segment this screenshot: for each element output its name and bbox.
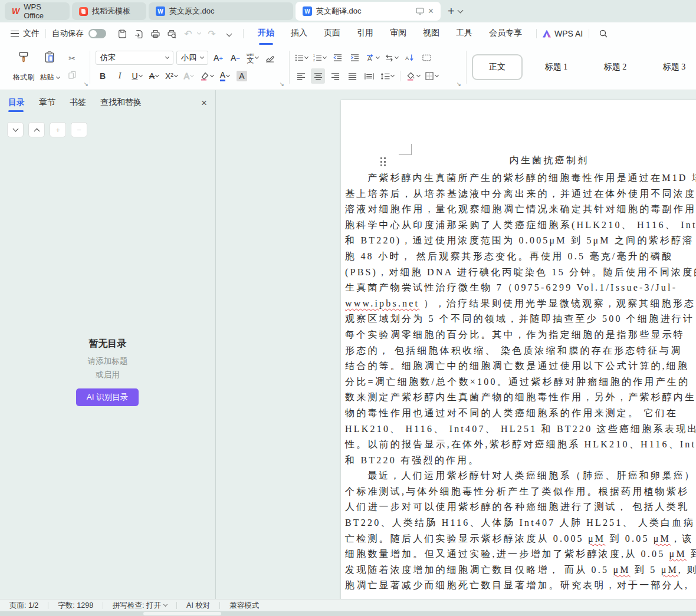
doc-line[interactable]: 胞 48 小时， 然后观察其形态变化。再使用 0.5 毫克/毫升的磷酸 — [345, 249, 696, 265]
decrease-indent-button[interactable] — [330, 50, 344, 65]
doc-line[interactable]: 基上培养后，从培养基滤液中分离出来的，并通过在体外使用不同浓度 — [345, 186, 696, 202]
underline-button[interactable]: U — [130, 68, 144, 84]
increase-font-button[interactable]: A+ — [211, 50, 225, 65]
document-title[interactable]: 内生菌抗癌制剂 — [345, 152, 696, 168]
tab-doc-original[interactable]: W 英文原文.doc — [149, 2, 293, 20]
doc-line[interactable]: 观察区域划分为 5 个不同的领域，并随即抽查至少 500 个细胞进行计 — [345, 311, 696, 327]
cut-button[interactable]: ✂ — [65, 51, 79, 66]
show-marks-button[interactable] — [419, 50, 434, 65]
tab-wps-office[interactable]: W WPS Office — [5, 2, 70, 20]
style-heading1[interactable]: 标题 1 — [531, 54, 582, 80]
undo-button[interactable]: ↶ — [180, 27, 196, 41]
doc-line[interactable]: (PBS)，对细胞 DNA 进行碘化丙啶染色 15 分钟。随后使用不同浓度的产 — [345, 265, 696, 281]
bold-button[interactable]: B — [96, 68, 110, 84]
panel-tab-find-replace[interactable]: 查找和替换 — [100, 97, 142, 112]
shading-button[interactable] — [405, 68, 421, 84]
doc-line[interactable]: 产紫杉醇内生真菌所产生的紫杉醇的细胞毒性作用是通过在M1D 培 — [345, 170, 696, 186]
paste-button[interactable]: 粘贴 — [37, 50, 63, 84]
copy-button[interactable] — [65, 68, 79, 83]
font-name-select[interactable]: 仿宋 — [96, 51, 173, 65]
doc-line[interactable]: 数来测定产紫杉醇内生真菌产物的细胞毒性作用，另外，产紫杉醇内生 — [345, 390, 696, 406]
doc-line[interactable]: 性。以前的报告显示,在体外,紫杉醇对癌细胞系 HLK210、H116、Int4 — [345, 437, 696, 453]
format-painter-button[interactable]: 格式刷 — [11, 50, 37, 84]
next-heading-button[interactable] — [7, 122, 24, 137]
doc-line[interactable]: 和 BT220)，通过使用浓度范围为 0.005μM 到 5μM 之间的紫杉醇溶 — [345, 233, 696, 249]
pinyin-guide-button[interactable]: wén文 — [245, 50, 260, 65]
align-center-button[interactable] — [311, 68, 325, 84]
collapse-ribbon-chevron-icon[interactable] — [226, 31, 232, 37]
menu-tab-view[interactable]: 视图 — [423, 28, 439, 39]
superscript-button[interactable]: X² — [164, 68, 179, 84]
panel-tab-chapters[interactable]: 章节 — [39, 97, 55, 112]
menu-tab-home[interactable]: 开始 — [258, 28, 274, 39]
doc-line[interactable]: 人们进一步对可以使用紫杉醇的各种癌细胞进行了测试， 包括人类乳 — [345, 499, 696, 515]
style-heading3[interactable]: 标题 3 — [649, 54, 696, 80]
file-menu[interactable]: 文件 — [23, 28, 40, 39]
horizontal-scrollbar[interactable] — [0, 611, 696, 616]
text-effects-button[interactable]: A — [182, 68, 196, 84]
spellcheck-status[interactable]: 拼写检查: 打开 — [103, 601, 176, 611]
clipboard-group-expander[interactable]: ↘ — [84, 81, 88, 87]
sort-button[interactable]: A — [402, 50, 416, 65]
doc-line[interactable]: 形态的， 包括细胞体积收缩、 染色质浓缩和膜的存在形态特征与凋 — [345, 343, 696, 359]
highlight-color-button[interactable] — [199, 68, 215, 84]
doc-line[interactable]: 每个实验凋零细胞的百分比。其中，作为指定细胞的是指那些显示特 — [345, 327, 696, 343]
doc-line[interactable]: 溶液对细胞作用，量化观察细胞凋亡情况来确定其针对细胞的毒副作用 — [345, 202, 696, 218]
save-button[interactable] — [114, 27, 130, 41]
style-normal[interactable]: 正文 — [472, 54, 523, 80]
doc-line[interactable]: HLK210、 H116、 Int407、 HL251 和 BT220 这些癌细… — [345, 421, 696, 437]
numbered-list-button[interactable]: 12 — [312, 50, 327, 65]
doc-line[interactable]: 发现随着浓度增加的细胞凋亡数目仅略增， 而从 0.5 μM 到 5 μM, 则 — [345, 562, 696, 578]
tab-docer-templates[interactable]: 找稻壳模板 — [72, 2, 146, 20]
ai-recognize-contents-button[interactable]: AI 识别目录 — [76, 388, 139, 406]
decrease-font-button[interactable]: A− — [228, 50, 242, 65]
distribute-button[interactable] — [362, 68, 376, 84]
expand-button[interactable]: + — [50, 122, 66, 137]
redo-button[interactable]: ↷ — [204, 27, 219, 41]
font-color-button[interactable]: A — [218, 68, 232, 84]
menu-tab-insert[interactable]: 插入 — [291, 28, 307, 39]
wps-ai-button[interactable]: WPS AI — [543, 29, 583, 38]
increase-indent-button[interactable] — [347, 50, 362, 65]
present-on-screen-icon[interactable] — [416, 8, 424, 15]
doc-line[interactable]: BT220、人类结肠 H116、人体肠 Int407 人肺 HL251、 人类白… — [345, 515, 696, 531]
text-direction-button[interactable]: A — [365, 50, 380, 65]
align-left-button[interactable] — [294, 68, 308, 84]
menu-tab-tools[interactable]: 工具 — [456, 28, 472, 39]
style-heading2[interactable]: 标题 2 — [590, 54, 641, 80]
line-spacing-button[interactable] — [379, 68, 395, 84]
doc-line[interactable]: 物的毒性作用也通过对不同的人类癌细胞系的作用来测定。 它们在 — [345, 406, 696, 421]
font-group-expander[interactable]: ↘ — [280, 81, 284, 87]
menu-tab-page[interactable]: 页面 — [324, 28, 340, 39]
panel-close-icon[interactable]: × — [201, 98, 207, 111]
word-count[interactable]: 字数: 1298 — [48, 601, 103, 611]
doc-line[interactable]: 胞凋亡显著减少而细胞死亡数目显著增加。研究表明，对于一部分人, — [345, 578, 696, 594]
print-preview-button[interactable] — [164, 27, 179, 41]
bullet-list-button[interactable] — [294, 50, 309, 65]
two-way-arrange-button[interactable] — [383, 50, 399, 65]
doc-line[interactable]: 细胞数量增加。但又通过实验,进一步增加了紫杉醇浓度,从 0.05 μM 到 — [345, 546, 696, 562]
doc-line[interactable]: 生真菌产物尝试性治疗微生物 7（0975-6299 Vol.1/Issue-3/… — [345, 280, 696, 296]
close-tab-icon[interactable]: × — [428, 6, 434, 16]
italic-button[interactable]: I — [113, 68, 127, 84]
font-size-select[interactable]: 小四 — [176, 51, 208, 65]
doc-line[interactable]: 最近，人们运用紫杉醇针对人类癌细胞系（肺癌、肝癌和卵巢癌） — [345, 468, 696, 484]
paragraph-group-expander[interactable]: ↘ — [457, 81, 461, 87]
clear-format-button[interactable] — [262, 50, 277, 65]
menu-tab-member[interactable]: 会员专享 — [489, 28, 522, 39]
panel-tab-contents[interactable]: 目录 — [8, 97, 25, 112]
align-right-button[interactable] — [328, 68, 342, 84]
tab-doc-translation[interactable]: W 英文翻译.doc × — [296, 2, 441, 21]
doc-line[interactable]: 和 BT220 有强烈的作用。 — [345, 453, 696, 469]
doc-line[interactable]: www.ipbs.net ），治疗结果则使用光学显微镜观察，观察其细胞形态 — [345, 296, 696, 312]
menu-tab-reference[interactable]: 引用 — [357, 28, 373, 39]
export-button[interactable] — [131, 27, 146, 41]
ai-proofread-button[interactable]: AI 校对 — [177, 601, 219, 611]
doc-line[interactable]: 结合的等。细胞凋亡中的细胞凋亡数是通过使用以下公式计算的,细胞 — [345, 358, 696, 374]
borders-button[interactable] — [424, 68, 439, 84]
char-shading-button[interactable]: A — [235, 68, 249, 84]
doc-line[interactable]: 亡检测。随后人们实验显示紫杉醇浓度从 0.005 μM 到 0.05 μM，该 — [345, 531, 696, 547]
document-page[interactable]: 内生菌抗癌制剂 产紫杉醇内生真菌所产生的紫杉醇的细胞毒性作用是通过在M1D 培基… — [341, 100, 696, 599]
print-button[interactable] — [147, 27, 163, 41]
search-icon[interactable] — [596, 27, 611, 41]
